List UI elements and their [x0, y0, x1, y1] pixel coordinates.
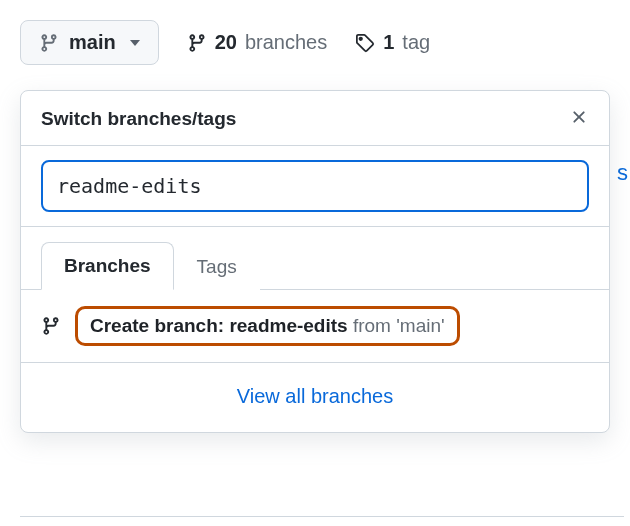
create-branch-item[interactable]: Create branch: readme-edits from 'main' — [21, 290, 609, 363]
background-link-fragment: s — [617, 160, 628, 186]
tags-link[interactable]: 1 tag — [355, 31, 430, 54]
branch-switcher-popup: Switch branches/tags Branches Tags Creat… — [20, 90, 610, 433]
tab-branches-label: Branches — [64, 255, 151, 276]
create-branch-name: readme-edits — [229, 315, 347, 336]
background-divider — [20, 516, 624, 517]
tab-branches[interactable]: Branches — [41, 242, 174, 290]
branch-icon — [187, 33, 207, 53]
branches-label: branches — [245, 31, 327, 54]
popup-title: Switch branches/tags — [41, 108, 236, 130]
branch-icon — [39, 33, 59, 53]
caret-down-icon — [130, 40, 140, 46]
tags-count: 1 — [383, 31, 394, 54]
create-branch-badge: Create branch: readme-edits from 'main' — [75, 306, 460, 346]
close-icon — [569, 105, 589, 132]
branch-select-button[interactable]: main — [20, 20, 159, 65]
branches-link[interactable]: 20 branches — [187, 31, 328, 54]
create-branch-suffix: from 'main' — [348, 315, 445, 336]
svg-point-0 — [360, 37, 363, 40]
tab-tags-label: Tags — [197, 256, 237, 277]
branch-select-label: main — [69, 31, 116, 54]
close-button[interactable] — [569, 107, 589, 131]
view-all-branches-link[interactable]: View all branches — [237, 385, 393, 407]
tab-tags[interactable]: Tags — [174, 243, 260, 290]
branch-search-input[interactable] — [41, 160, 589, 212]
tags-label: tag — [402, 31, 430, 54]
branches-count: 20 — [215, 31, 237, 54]
branch-icon — [41, 316, 61, 336]
create-branch-prefix: Create branch: — [90, 315, 229, 336]
tag-icon — [355, 33, 375, 53]
